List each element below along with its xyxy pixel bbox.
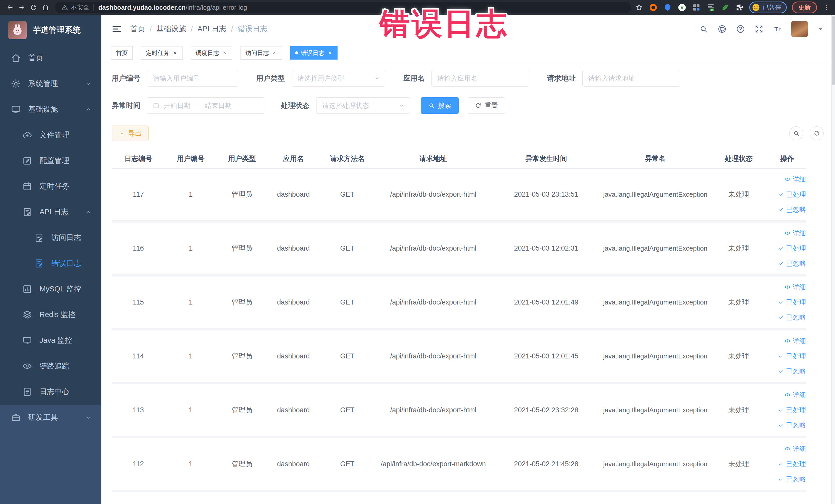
user-avatar[interactable] — [791, 21, 808, 37]
mark-ignored-link[interactable]: 已忽略 — [778, 367, 806, 376]
mark-ignored-link[interactable]: 已忽略 — [778, 475, 806, 484]
help-icon[interactable] — [736, 24, 745, 34]
tag-tab[interactable]: 错误日志 — [290, 46, 338, 60]
mark-processed-link[interactable]: 已处理 — [778, 244, 806, 253]
font-size-icon[interactable]: TT — [773, 24, 782, 34]
export-button[interactable]: 导出 — [111, 125, 149, 141]
mark-processed-link[interactable]: 已处理 — [778, 406, 806, 415]
eye-icon — [785, 392, 791, 398]
reset-button[interactable]: 重置 — [468, 97, 505, 114]
user-menu-caret-icon[interactable] — [817, 26, 824, 32]
extension-shield-icon[interactable] — [663, 3, 672, 12]
page-scrollbar[interactable] — [831, 15, 835, 504]
close-icon[interactable] — [327, 50, 333, 56]
cell-request-url: /api/infra/db-doc/export-html — [375, 352, 491, 360]
close-icon[interactable] — [271, 50, 277, 56]
bookmark-star-icon[interactable] — [635, 3, 644, 12]
cell-exception-time: 2021-05-03 12:02:31 — [491, 244, 602, 253]
detail-link[interactable]: 详细 — [785, 444, 806, 453]
cell-exception-name: java.lang.IllegalArgumentException — [602, 298, 709, 306]
detail-link[interactable]: 详细 — [785, 390, 806, 400]
detail-link[interactable]: 详细 — [785, 229, 806, 238]
refresh-table-button[interactable] — [810, 126, 824, 140]
scrollbar-thumb[interactable] — [832, 16, 835, 85]
mark-processed-link[interactable]: 已处理 — [778, 298, 806, 307]
extension-switch-icon[interactable]: on — [706, 3, 715, 12]
back-icon[interactable] — [4, 2, 16, 13]
sidebar-menu-item[interactable]: 配置管理 — [0, 148, 101, 174]
detail-link[interactable]: 详细 — [785, 337, 806, 346]
browser-home-icon[interactable] — [40, 2, 51, 13]
menu-item-label: Redis 监控 — [40, 310, 84, 320]
tag-tab[interactable]: 定时任务 — [141, 46, 183, 60]
extension-v-icon[interactable]: V — [677, 3, 687, 12]
github-icon[interactable] — [717, 24, 727, 34]
extension-leaf-icon[interactable] — [720, 3, 730, 12]
sidebar-menu-item[interactable]: 基础设施 — [0, 97, 101, 122]
column-header: 处理状态 — [709, 154, 768, 163]
tag-tab[interactable]: 调度日志 — [191, 46, 232, 60]
sidebar-menu-item[interactable]: 日志中心 — [0, 379, 101, 405]
tag-tab[interactable]: 访问日志 — [241, 46, 282, 60]
reload-icon[interactable] — [28, 2, 40, 13]
extension-adblock-icon[interactable] — [649, 3, 658, 12]
sidebar-menu-item[interactable]: 文件管理 — [0, 122, 101, 148]
detail-link[interactable]: 详细 — [785, 175, 806, 184]
mark-ignored-link[interactable]: 已忽略 — [778, 205, 806, 214]
filter-input[interactable] — [583, 75, 680, 82]
extension-puzzle-icon[interactable] — [735, 3, 744, 12]
date-range-picker[interactable]: 开始日期 - 结束日期 — [147, 97, 264, 114]
menu-item-label: 系统管理 — [28, 79, 84, 89]
sidebar-menu-item[interactable]: 访问日志 — [0, 225, 101, 250]
sidebar-menu-item[interactable]: Redis 监控 — [0, 302, 101, 328]
cell-actions: 详细 已处理 已忽略 — [768, 223, 806, 274]
toggle-search-button[interactable] — [789, 126, 803, 140]
cell-log-id: 116 — [111, 244, 165, 253]
status-placeholder: 请选择处理状态 — [322, 101, 369, 110]
extension-grid-icon[interactable] — [692, 3, 701, 12]
mark-ignored-link[interactable]: 已忽略 — [778, 421, 806, 430]
app-logo-row[interactable]: 芋道管理系统 — [0, 15, 101, 45]
sidebar-menu-item[interactable]: 错误日志 — [0, 250, 101, 276]
sidebar-menu-item[interactable]: 研发工具 — [0, 405, 101, 430]
filter-input[interactable] — [147, 75, 238, 82]
mark-ignored-link[interactable]: 已忽略 — [778, 259, 806, 268]
breadcrumb-item[interactable]: 错误日志 / — [238, 24, 267, 34]
update-button[interactable]: 更新 — [792, 2, 817, 13]
tag-tab[interactable]: 首页 — [111, 46, 133, 60]
sidebar-menu-item[interactable]: 首页 — [0, 45, 101, 71]
mark-processed-link[interactable]: 已处理 — [778, 190, 806, 199]
mark-processed-link[interactable]: 已处理 — [778, 460, 806, 468]
search-button[interactable]: 搜索 — [421, 97, 459, 114]
menu-item-label: 首页 — [28, 53, 84, 63]
fullscreen-icon[interactable] — [754, 24, 763, 34]
address-bar[interactable]: 不安全 dashboard.yudao.iocoder.cn /infra/lo… — [55, 2, 631, 13]
sidebar-menu-item[interactable]: 链路追踪 — [0, 353, 101, 379]
status-select[interactable]: 请选择处理状态 — [316, 97, 410, 114]
close-icon[interactable] — [222, 50, 227, 56]
collapse-menu-icon[interactable] — [111, 23, 122, 35]
breadcrumb-separator: / — [231, 25, 233, 33]
warning-icon — [61, 4, 68, 11]
menu-item-label: 研发工具 — [28, 412, 84, 423]
mark-ignored-link[interactable]: 已忽略 — [778, 313, 806, 322]
cell-status: 未处理 — [709, 459, 768, 468]
breadcrumb-item[interactable]: 基础设施 / — [156, 24, 197, 34]
filter-select[interactable]: 请选择用户类型 — [291, 70, 385, 86]
sidebar-menu-item[interactable]: MySQL 监控 — [0, 276, 101, 302]
browser-menu-dots-icon[interactable] — [822, 3, 831, 12]
breadcrumb-item[interactable]: 首页 / — [130, 24, 156, 34]
sidebar-menu-item[interactable]: 系统管理 — [0, 71, 101, 97]
mark-processed-link[interactable]: 已处理 — [778, 352, 806, 361]
forward-icon[interactable] — [16, 2, 28, 13]
detail-link[interactable]: 详细 — [785, 283, 806, 292]
sidebar-menu-item[interactable]: API 日志 — [0, 199, 101, 225]
profile-chip[interactable]: 已暂停 — [749, 2, 787, 13]
filter-input[interactable] — [432, 75, 529, 82]
breadcrumb-item[interactable]: API 日志 / — [197, 24, 238, 34]
sidebar-menu-item[interactable]: Java 监控 — [0, 328, 101, 353]
search-icon[interactable] — [699, 24, 708, 34]
search-icon — [428, 102, 435, 109]
close-icon[interactable] — [172, 50, 178, 56]
sidebar-menu-item[interactable]: 定时任务 — [0, 174, 101, 199]
